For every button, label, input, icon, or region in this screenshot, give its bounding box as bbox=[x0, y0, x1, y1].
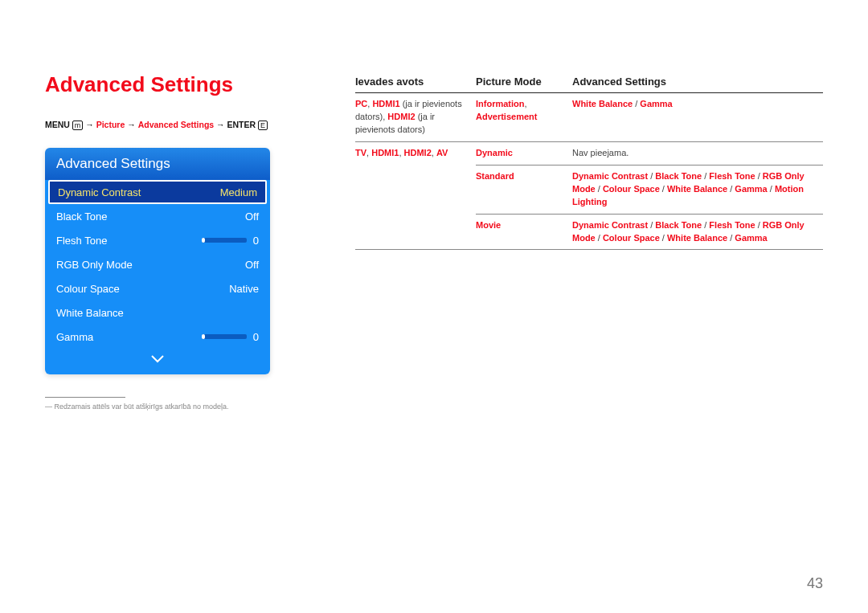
osd-panel: Advanced Settings Dynamic ContrastMedium… bbox=[45, 148, 270, 374]
osd-row[interactable]: Dynamic ContrastMedium bbox=[48, 180, 267, 204]
osd-row-value: Off bbox=[245, 259, 259, 271]
osd-row-value: Off bbox=[245, 210, 259, 223]
cell-mode: Dynamic bbox=[476, 141, 572, 165]
menu-icon: m bbox=[72, 121, 84, 130]
cell-mode: Information, Advertisement bbox=[476, 93, 572, 142]
osd-row[interactable]: Black ToneOff bbox=[45, 204, 270, 228]
table-body: PC, HDMI1 (ja ir pievienots dators), HDM… bbox=[355, 93, 823, 250]
cell-advanced: Dynamic Contrast / Black Tone / Flesh To… bbox=[572, 165, 823, 214]
osd-row[interactable]: White Balance bbox=[45, 300, 270, 325]
page: Advanced Settings MENU m → Picture → Adv… bbox=[0, 0, 868, 411]
breadcrumb-advanced: Advanced Settings bbox=[138, 120, 215, 129]
osd-row-label: RGB Only Mode bbox=[56, 259, 133, 271]
osd-body: Dynamic ContrastMediumBlack ToneOffFlesh… bbox=[45, 180, 270, 349]
enter-icon: E bbox=[258, 121, 268, 130]
table-row: TV, HDMI1, HDMI2, AVDynamicNav pieejama. bbox=[355, 141, 823, 165]
breadcrumb-picture: Picture bbox=[96, 120, 125, 129]
osd-row[interactable]: Gamma0 bbox=[45, 325, 270, 349]
slider[interactable] bbox=[202, 238, 247, 243]
osd-row-label: Gamma bbox=[56, 331, 93, 343]
chevron-down-icon[interactable] bbox=[45, 349, 270, 374]
col-header-source: Ievades avots bbox=[355, 72, 476, 93]
osd-row-value: 0 bbox=[253, 331, 259, 343]
cell-mode: Standard bbox=[476, 165, 572, 214]
arrow-icon: → bbox=[85, 120, 96, 129]
cell-advanced: Nav pieejama. bbox=[572, 141, 823, 165]
col-header-mode: Picture Mode bbox=[476, 72, 572, 93]
osd-row-value: Native bbox=[229, 283, 259, 295]
slider[interactable] bbox=[202, 334, 247, 339]
osd-row[interactable]: Colour SpaceNative bbox=[45, 276, 270, 300]
osd-row-label: Flesh Tone bbox=[56, 235, 107, 247]
right-column: Ievades avots Picture Mode Advanced Sett… bbox=[355, 72, 823, 411]
breadcrumb-enter: ENTER bbox=[227, 120, 256, 129]
breadcrumb-menu: MENU bbox=[45, 120, 70, 129]
osd-row-label: Dynamic Contrast bbox=[58, 186, 141, 198]
left-column: Advanced Settings MENU m → Picture → Adv… bbox=[45, 72, 310, 411]
osd-row-label: Black Tone bbox=[56, 210, 107, 223]
osd-row[interactable]: Flesh Tone0 bbox=[45, 228, 270, 252]
osd-header: Advanced Settings bbox=[45, 148, 270, 180]
settings-table: Ievades avots Picture Mode Advanced Sett… bbox=[355, 72, 823, 250]
cell-mode: Movie bbox=[476, 214, 572, 250]
page-number: 43 bbox=[807, 575, 823, 592]
footnote: ― Redzamais attēls var būt atšķirīgs atk… bbox=[45, 403, 310, 411]
page-title: Advanced Settings bbox=[45, 72, 310, 97]
breadcrumb: MENU m → Picture → Advanced Settings → E… bbox=[45, 120, 310, 130]
cell-advanced: Dynamic Contrast / Black Tone / Flesh To… bbox=[572, 214, 823, 250]
footnote-rule bbox=[45, 397, 125, 398]
arrow-icon: → bbox=[127, 120, 137, 129]
osd-row[interactable]: RGB Only ModeOff bbox=[45, 252, 270, 276]
cell-source: PC, HDMI1 (ja ir pievienots dators), HDM… bbox=[355, 93, 476, 142]
cell-advanced: White Balance / Gamma bbox=[572, 93, 823, 142]
osd-row-value: Medium bbox=[220, 186, 257, 198]
table-row: PC, HDMI1 (ja ir pievienots dators), HDM… bbox=[355, 93, 823, 142]
arrow-icon: → bbox=[216, 120, 227, 129]
col-header-advanced: Advanced Settings bbox=[572, 72, 823, 93]
cell-source: TV, HDMI1, HDMI2, AV bbox=[355, 141, 476, 250]
osd-row-label: Colour Space bbox=[56, 283, 120, 295]
osd-row-value: 0 bbox=[253, 235, 259, 247]
osd-row-label: White Balance bbox=[56, 307, 124, 319]
